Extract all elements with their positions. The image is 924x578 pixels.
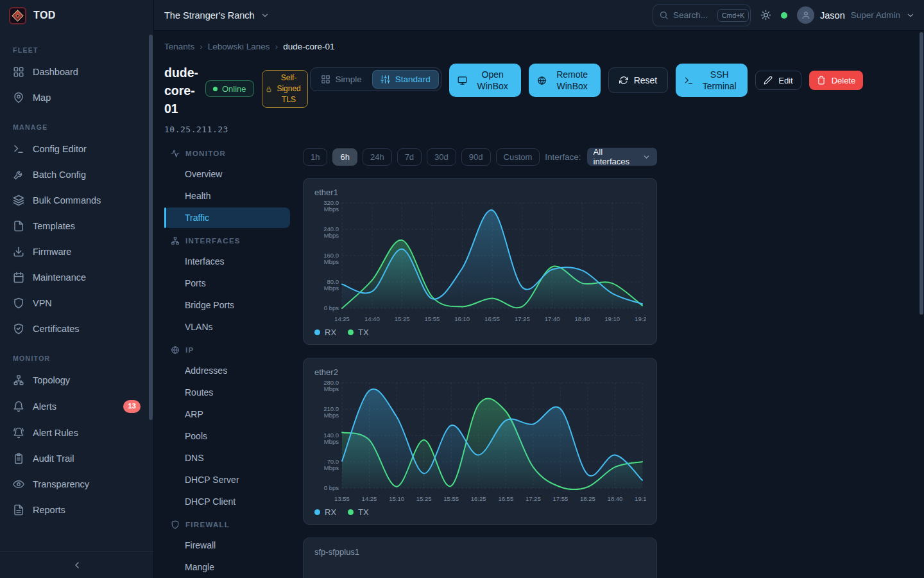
button-label: Reset — [634, 75, 658, 85]
theme-toggle-sun-icon[interactable] — [760, 10, 771, 21]
svg-text:14:40: 14:40 — [364, 315, 380, 322]
sidebar-item-topology[interactable]: Topology — [8, 367, 146, 393]
shield-icon — [171, 520, 180, 529]
time-range-custom[interactable]: Custom — [496, 148, 540, 166]
svg-text:19:10: 19:10 — [604, 315, 620, 322]
tenant-selector[interactable]: The Stranger's Ranch — [164, 10, 270, 21]
sidebar-item-dashboard[interactable]: Dashboard — [8, 59, 146, 85]
sidebar-nav: FLEETDashboardMapMANAGEConfig EditorBatc… — [0, 31, 153, 551]
remote-winbox-button[interactable]: Remote WinBox — [529, 64, 601, 97]
chevron-down-icon — [261, 11, 270, 20]
charts-column: 1h6h24h7d30d90dCustom Interface: All int… — [303, 143, 657, 578]
chart-legend: RXTX — [312, 326, 647, 339]
sidebar-item-label: Batch Config — [33, 170, 86, 180]
open-winbox-button[interactable]: Open WinBox — [449, 64, 521, 97]
time-range-6h[interactable]: 6h — [332, 148, 357, 166]
sidebar-item-transparency[interactable]: Transparency — [8, 471, 146, 497]
tls-warning-badge: Self-Signed TLS — [262, 70, 308, 108]
calendar-icon — [13, 272, 24, 283]
sidebar-item-label: Transparency — [33, 479, 89, 489]
globe-icon — [171, 346, 180, 355]
interface-select[interactable]: All interfaces — [587, 148, 657, 166]
subnav-item-routes[interactable]: Routes — [164, 382, 290, 403]
svg-text:Mbps: Mbps — [324, 464, 339, 471]
view-mode-simple[interactable]: Simple — [312, 70, 370, 89]
lock-icon — [266, 86, 272, 92]
edit-button[interactable]: Edit — [755, 71, 801, 90]
grid-icon — [13, 66, 24, 78]
subnav-item-pools[interactable]: Pools — [164, 426, 290, 446]
svg-text:15:10: 15:10 — [389, 495, 404, 502]
subnav-item-vlans[interactable]: VLANs — [164, 317, 290, 337]
user-menu[interactable]: Jason Super Admin — [797, 6, 915, 24]
subnav-section-ip: IP — [164, 340, 290, 359]
time-range-90d[interactable]: 90d — [461, 148, 491, 166]
wrench-icon — [13, 169, 24, 180]
view-mode-standard[interactable]: Standard — [372, 70, 439, 89]
sidebar-collapse-button[interactable] — [0, 551, 153, 578]
tenant-name: The Stranger's Ranch — [164, 10, 255, 21]
svg-text:15:55: 15:55 — [443, 495, 459, 502]
chart-title: sfp-sfpplus1 — [314, 547, 647, 557]
time-range-30d[interactable]: 30d — [427, 148, 456, 166]
view-mode-toggle: SimpleStandard — [310, 67, 441, 91]
sidebar-item-audit-trail[interactable]: Audit Trail — [8, 446, 146, 471]
chart-card-ether2: ether2280.0Mbps210.0Mbps140.0Mbps70.0Mbp… — [303, 358, 657, 525]
svg-text:14:25: 14:25 — [362, 495, 377, 502]
subnav-item-interfaces[interactable]: Interfaces — [164, 251, 290, 272]
sidebar-item-vpn[interactable]: VPN — [8, 290, 146, 316]
subnav-item-addresses[interactable]: Addresses — [164, 360, 290, 381]
reset-button[interactable]: Reset — [608, 67, 669, 93]
sidebar-item-label: Certificates — [33, 324, 80, 334]
sliders-icon — [381, 74, 390, 84]
sidebar-item-certificates[interactable]: Certificates — [8, 316, 146, 342]
subnav-item-mangle[interactable]: Mangle — [164, 557, 290, 577]
topology-icon — [13, 374, 24, 386]
subnav-item-health[interactable]: Health — [164, 186, 290, 206]
button-label: Delete — [832, 76, 856, 85]
app-logo-icon — [9, 7, 26, 24]
breadcrumb-tenant-name[interactable]: Lebowski Lanes — [208, 42, 270, 51]
breadcrumb-tenants[interactable]: Tenants — [164, 42, 194, 51]
sidebar-item-alerts[interactable]: Alerts13 — [8, 393, 146, 420]
interface-select-value: All interfaces — [594, 147, 637, 166]
clipboard-icon — [13, 453, 24, 464]
sidebar-item-config-editor[interactable]: Config Editor — [8, 136, 146, 162]
chart-controls: 1h6h24h7d30d90dCustom Interface: All int… — [303, 148, 657, 166]
sidebar-item-bulk-commands[interactable]: Bulk Commands — [8, 188, 146, 213]
ssh-terminal-button[interactable]: SSH Terminal — [676, 64, 748, 97]
subnav-item-firewall[interactable]: Firewall — [164, 535, 290, 556]
shield-icon — [13, 297, 24, 309]
sidebar-item-templates[interactable]: Templates — [8, 213, 146, 239]
sidebar-item-firmware[interactable]: Firmware — [8, 239, 146, 265]
refresh-icon — [619, 76, 628, 85]
search-box[interactable]: Cmd+K — [653, 4, 751, 26]
sidebar-item-map[interactable]: Map — [8, 85, 146, 110]
page-scrollbar[interactable] — [920, 32, 923, 315]
subnav-item-overview[interactable]: Overview — [164, 164, 290, 184]
time-range-1h[interactable]: 1h — [303, 148, 327, 166]
time-range-7d[interactable]: 7d — [397, 148, 422, 166]
search-input[interactable] — [673, 10, 713, 20]
svg-text:Mbps: Mbps — [324, 206, 339, 213]
topology-icon — [171, 236, 180, 245]
sidebar-item-maintenance[interactable]: Maintenance — [8, 265, 146, 290]
subnav-item-traffic[interactable]: Traffic — [164, 207, 290, 228]
sidebar-scrollbar[interactable] — [149, 35, 153, 420]
time-range-24h[interactable]: 24h — [363, 148, 392, 166]
sidebar-item-alert-rules[interactable]: Alert Rules — [8, 420, 146, 446]
subnav-item-bridge-ports[interactable]: Bridge Ports — [164, 295, 290, 315]
delete-button[interactable]: Delete — [809, 71, 864, 90]
sidebar-item-label: Firmware — [33, 247, 71, 257]
monitor-icon — [458, 76, 467, 85]
page-title: dude-core-01 — [164, 64, 205, 118]
subnav-item-dhcp-server[interactable]: DHCP Server — [164, 469, 290, 490]
sidebar-item-reports[interactable]: Reports — [8, 497, 146, 523]
subnav-item-dns[interactable]: DNS — [164, 448, 290, 468]
legend-item-tx: TX — [348, 328, 369, 337]
sidebar-item-batch-config[interactable]: Batch Config — [8, 162, 146, 188]
subnav-item-dhcp-client[interactable]: DHCP Client — [164, 491, 290, 512]
chevron-down-icon — [906, 11, 915, 20]
subnav-item-arp[interactable]: ARP — [164, 404, 290, 425]
subnav-item-ports[interactable]: Ports — [164, 273, 290, 293]
